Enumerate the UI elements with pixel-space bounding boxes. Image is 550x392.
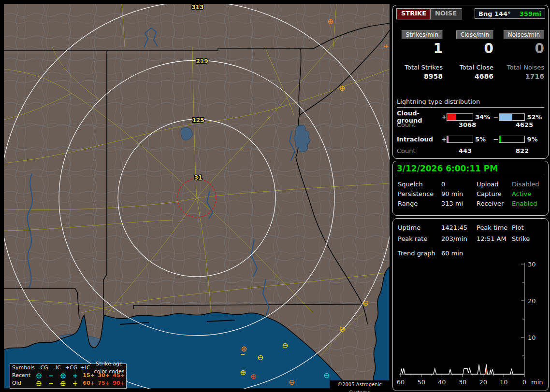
noises-per-min-value: 0 <box>498 42 544 56</box>
close-per-min-chip[interactable]: Close/min <box>456 30 493 39</box>
legend-col-neg-ic: -IC <box>50 364 64 372</box>
neg-ic-recent-icon <box>45 373 57 379</box>
ring-label-219: 219 <box>196 58 208 65</box>
ic-positive-count: 443 <box>459 147 472 154</box>
ic-negative-bar <box>499 136 525 143</box>
capture-status: Active <box>512 190 531 197</box>
age-code-15: 15+ <box>81 372 96 379</box>
rate-chip-row: Strikes/min Close/min Noises/min <box>397 30 544 39</box>
legend-old-row: Old 60+ 75+ 90+ <box>10 379 126 387</box>
legend-symbols-title: Symbols <box>12 364 36 372</box>
map-canvas: 313 219 125 31 <box>4 4 390 389</box>
pos-cg-old-icon <box>57 380 69 387</box>
squelch-value: 0 <box>441 181 445 188</box>
status-row-persistence: Persistence 90 min Capture Active <box>393 190 548 200</box>
legend-col-pos-cg: +CG <box>64 364 78 372</box>
noises-per-min-chip[interactable]: Noises/min <box>504 30 544 39</box>
totals-label-row: Total Strikes Total Close Total Noises <box>397 64 544 71</box>
peak-rate-label: Peak rate <box>398 235 427 242</box>
positive-sign: + <box>441 136 447 143</box>
stats-row-1: Uptime 1421:45 Peak time Plot <box>393 224 548 234</box>
intracloud-row: Intracloud + 5% − 9% <box>397 136 545 143</box>
svg-text:30: 30 <box>459 378 467 386</box>
copyright-notice: ©2005 Astrogenic Systems <box>330 380 390 389</box>
noise-mode-button[interactable]: NOISE <box>430 8 462 20</box>
legend-recent-label: Recent <box>12 372 33 379</box>
ic-positive-bar <box>447 136 473 143</box>
svg-text:40: 40 <box>438 378 446 386</box>
intracloud-label: Intracloud <box>397 136 441 143</box>
cg-positive-pct: 34% <box>475 113 493 121</box>
ic-negative-count: 822 <box>516 147 529 154</box>
positive-sign: + <box>441 113 447 121</box>
pos-cg-recent-icon <box>57 373 69 379</box>
trend-graph-window: 60 min <box>441 250 463 257</box>
lightning-map[interactable]: 313 219 125 31 Symbols -CG -IC +CG +IC S… <box>4 4 390 389</box>
rate-values-row: 1 0 0 <box>397 42 544 56</box>
peak-time-label: Peak time <box>477 224 507 231</box>
cg-negative-count: 4625 <box>516 121 533 128</box>
totals-value-row: 8958 4686 1716 <box>397 72 544 80</box>
strikes-per-min-value: 1 <box>397 42 443 56</box>
svg-text:min: min <box>531 378 543 386</box>
ic-positive-pct: 5% <box>475 136 493 143</box>
strike-marker-pos-cg <box>251 374 256 378</box>
svg-text:30: 30 <box>528 261 536 268</box>
cg-count-label: Count <box>397 121 416 128</box>
age-code-75: 75+ <box>96 379 111 387</box>
upload-label: Upload <box>477 181 499 188</box>
neg-cg-recent-icon <box>33 373 45 379</box>
persistence-label: Persistence <box>398 190 434 197</box>
status-row-squelch: Squelch 0 Upload Disabled <box>393 181 548 190</box>
trend-graph: 3020106050403020100min <box>395 259 546 389</box>
uptime-value: 1421:45 <box>441 224 467 231</box>
svg-text:10: 10 <box>528 334 536 341</box>
strike-marker-pos-cg <box>241 370 245 375</box>
total-noises-value: 1716 <box>498 72 544 80</box>
total-close-label: Total Close <box>448 64 493 71</box>
svg-text:50: 50 <box>417 378 425 386</box>
peak-time-value: 12:51 AM <box>477 235 507 242</box>
strike-stats-panel: STRIKE NOISE Bng 144° 359mi Strikes/min … <box>392 5 549 159</box>
pos-ic-old-icon <box>69 380 81 387</box>
capture-label: Capture <box>477 190 502 197</box>
legend-header-row: Symbols -CG -IC +CG +IC Strike age color… <box>10 364 126 372</box>
strike-marker-pos-cg <box>340 86 344 90</box>
plot-label: Plot <box>512 224 524 231</box>
uptime-label: Uptime <box>398 224 420 231</box>
ring-label-313: 313 <box>191 4 203 11</box>
trend-graph-row: Trend graph 60 min <box>393 250 548 259</box>
persistence-value: 90 min <box>441 190 463 197</box>
total-noises-label: Total Noises <box>498 64 544 71</box>
bearing-value: Bng 144° <box>478 10 511 17</box>
trend-graph-label: Trend graph <box>398 250 435 257</box>
legend-col-neg-cg: -CG <box>36 364 50 372</box>
svg-text:10: 10 <box>500 378 508 386</box>
strike-mode-button[interactable]: STRIKE <box>396 8 432 20</box>
strikes-per-min-chip[interactable]: Strikes/min <box>402 30 443 39</box>
age-code-90: 90+ <box>111 379 126 387</box>
squelch-label: Squelch <box>398 181 423 188</box>
receiver-label: Receiver <box>477 200 504 207</box>
distribution-divider <box>397 107 544 108</box>
svg-text:20: 20 <box>479 378 487 386</box>
datetime-display: 3/12/2026 6:00:11 PM <box>397 164 498 173</box>
trend-panel: Uptime 1421:45 Peak time Plot Peak rate … <box>392 218 549 391</box>
bearing-readout: Bng 144° 359mi <box>475 8 545 19</box>
distribution-title: Lightning type distribution <box>397 98 480 105</box>
negative-sign: − <box>493 136 499 143</box>
legend-old-label: Old <box>12 379 33 387</box>
range-label: Range <box>398 200 418 207</box>
ring-label-31: 31 <box>194 174 203 181</box>
datetime-divider <box>397 175 544 175</box>
status-panel: 3/12/2026 6:00:11 PM Squelch 0 Upload Di… <box>392 161 549 216</box>
cg-negative-pct: 52% <box>527 113 545 121</box>
legend-recent-row: Recent 15+ 30+ 45+ <box>10 372 126 379</box>
negative-sign: − <box>493 113 499 121</box>
receiver-status: Enabled <box>512 200 537 207</box>
close-per-min-value: 0 <box>448 42 493 56</box>
pos-ic-recent-icon <box>69 373 81 379</box>
strike-marker-pos-cg <box>242 347 246 351</box>
cg-positive-count: 3068 <box>459 121 476 128</box>
svg-text:20: 20 <box>528 297 536 305</box>
